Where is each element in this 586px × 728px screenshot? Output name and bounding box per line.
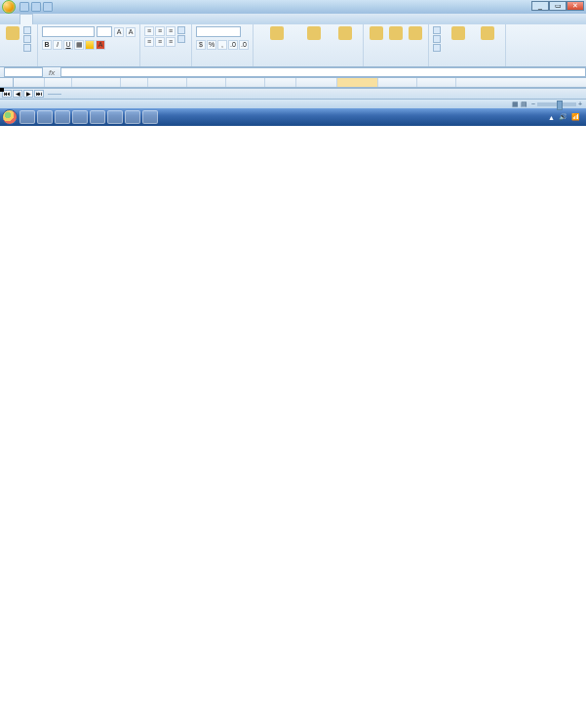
col-F[interactable]: [187, 78, 226, 87]
col-B[interactable]: [45, 78, 72, 87]
align-bottom-button[interactable]: ≡: [166, 26, 176, 36]
font-size-selector[interactable]: [97, 26, 112, 37]
border-button[interactable]: ▦: [74, 40, 84, 50]
first-sheet-button[interactable]: ⏮: [2, 90, 12, 98]
zoom-out-button[interactable]: −: [531, 101, 535, 107]
shrink-font-button[interactable]: A: [126, 27, 136, 37]
view-layout-button[interactable]: ▤: [521, 101, 527, 108]
clear-button[interactable]: [433, 44, 443, 52]
fx-icon[interactable]: fx: [45, 68, 59, 77]
copy-button[interactable]: [23, 35, 33, 43]
windows-taskbar: ▲ 🔊 📶: [0, 108, 586, 126]
tab-review[interactable]: [80, 14, 92, 24]
delete-button[interactable]: [387, 26, 405, 41]
maximize-button[interactable]: ▭: [549, 1, 566, 11]
column-headers: [0, 78, 586, 88]
conditional-formatting-button[interactable]: [257, 26, 296, 41]
tab-page-layout[interactable]: [45, 14, 57, 24]
find-select-button[interactable]: [474, 26, 501, 41]
comma-button[interactable]: ,: [217, 40, 227, 50]
undo-icon[interactable]: [31, 2, 41, 12]
last-sheet-button[interactable]: ⏭: [34, 90, 44, 98]
increase-decimal-button[interactable]: .0: [228, 40, 238, 50]
volume-icon[interactable]: 🔊: [559, 113, 567, 121]
select-all-corner[interactable]: [0, 78, 14, 87]
name-box[interactable]: [4, 67, 43, 77]
sheet-tab-bar: ⏮ ◀ ▶ ⏭: [0, 88, 586, 99]
save-icon[interactable]: [20, 2, 29, 12]
minimize-button[interactable]: _: [531, 1, 549, 11]
redo-icon[interactable]: [43, 2, 53, 12]
insert-button[interactable]: [368, 26, 385, 41]
prev-sheet-button[interactable]: ◀: [13, 90, 22, 98]
sheet-tab[interactable]: [48, 94, 61, 95]
col-L[interactable]: [417, 78, 456, 87]
taskbar-app-5[interactable]: [90, 110, 105, 124]
italic-button[interactable]: I: [53, 40, 62, 50]
format-table-button[interactable]: [298, 26, 330, 41]
merge-center-button[interactable]: [177, 35, 187, 43]
view-normal-button[interactable]: ▦: [512, 101, 519, 108]
tab-view[interactable]: [92, 14, 103, 24]
tab-home[interactable]: [20, 14, 33, 24]
col-I[interactable]: [296, 78, 337, 87]
align-right-button[interactable]: ≡: [166, 37, 176, 47]
percent-button[interactable]: %: [207, 40, 216, 50]
taskbar-app-4[interactable]: [72, 110, 88, 124]
align-center-button[interactable]: ≡: [155, 37, 165, 47]
system-tray: ▲ 🔊 📶: [544, 113, 584, 121]
fill-button[interactable]: [433, 35, 443, 43]
tab-insert[interactable]: [33, 14, 45, 24]
bold-button[interactable]: B: [42, 40, 52, 50]
paste-button[interactable]: [4, 26, 21, 41]
wrap-text-button[interactable]: [177, 26, 187, 34]
tab-nitro[interactable]: [103, 14, 115, 24]
col-J[interactable]: [337, 78, 378, 87]
align-middle-button[interactable]: ≡: [155, 26, 165, 36]
col-C[interactable]: [72, 78, 121, 87]
format-button[interactable]: [407, 26, 424, 41]
office-button[interactable]: [2, 0, 16, 14]
tab-data[interactable]: [68, 14, 80, 24]
taskbar-app-7[interactable]: [125, 110, 140, 124]
font-color-button[interactable]: A: [96, 40, 105, 50]
col-E[interactable]: [148, 78, 187, 87]
tab-formulas[interactable]: [57, 14, 68, 24]
decrease-decimal-button[interactable]: .0: [239, 40, 249, 50]
col-A[interactable]: [14, 78, 45, 87]
taskbar-app-1[interactable]: [20, 110, 35, 124]
merge-icon: [177, 35, 185, 43]
taskbar-app-8[interactable]: [142, 110, 158, 124]
formula-bar[interactable]: [60, 67, 586, 77]
worksheet-grid[interactable]: [0, 78, 586, 88]
autosum-button[interactable]: [433, 26, 443, 34]
underline-button[interactable]: U: [63, 40, 73, 50]
start-button[interactable]: [2, 109, 18, 125]
taskbar-app-2[interactable]: [37, 110, 53, 124]
fill-color-button[interactable]: [85, 40, 95, 50]
cell-styles-button[interactable]: [332, 26, 359, 41]
delete-icon: [389, 26, 403, 40]
network-icon[interactable]: 📶: [571, 113, 580, 121]
align-left-button[interactable]: ≡: [144, 37, 154, 47]
close-button[interactable]: ✕: [566, 1, 584, 11]
col-G[interactable]: [226, 78, 265, 87]
tray-icon[interactable]: ▲: [548, 114, 555, 121]
align-top-button[interactable]: ≡: [144, 26, 154, 36]
taskbar-app-3[interactable]: [55, 110, 70, 124]
currency-button[interactable]: $: [196, 40, 206, 50]
sort-icon: [451, 26, 465, 40]
zoom-slider[interactable]: [537, 102, 576, 106]
zoom-in-button[interactable]: +: [578, 101, 582, 107]
font-selector[interactable]: [42, 26, 95, 37]
col-D[interactable]: [121, 78, 148, 87]
next-sheet-button[interactable]: ▶: [23, 90, 33, 98]
taskbar-app-6[interactable]: [107, 110, 123, 124]
sort-filter-button[interactable]: [445, 26, 472, 41]
col-H[interactable]: [265, 78, 296, 87]
cut-button[interactable]: [23, 26, 33, 34]
number-format-selector[interactable]: [196, 26, 241, 37]
grow-font-button[interactable]: A: [114, 27, 124, 37]
format-painter-button[interactable]: [23, 44, 33, 52]
col-K[interactable]: [378, 78, 417, 87]
